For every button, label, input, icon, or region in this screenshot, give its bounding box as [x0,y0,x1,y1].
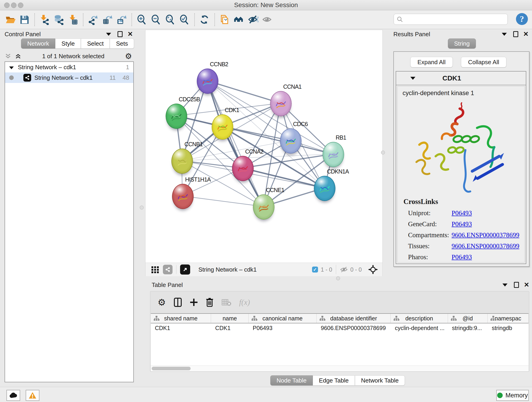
entry-collapse-icon[interactable] [410,77,415,80]
export-image-button[interactable] [114,13,129,27]
zoom-fit-button[interactable] [163,13,177,27]
expand-all-button[interactable]: Expand All [410,57,453,67]
function-builder-icon[interactable]: f(x) [239,298,250,307]
column-header-namespac[interactable]: namespac [488,314,529,323]
delete-table-icon[interactable] [221,298,231,306]
table-options-gear-icon[interactable]: ⚙ [158,297,166,307]
node-CDKN1A[interactable] [314,176,336,201]
close-panel-icon[interactable]: ✕ [524,283,529,287]
node-CCNB2[interactable] [197,69,218,94]
zoom-selected-button[interactable] [177,13,191,27]
entry-header[interactable]: CDK1 [396,71,526,85]
tab-style[interactable]: Style [55,38,81,49]
memory-button[interactable]: Memory [496,390,529,401]
delete-column-icon[interactable] [206,298,214,307]
node-CCNE1[interactable] [253,194,274,220]
node-CCNA1[interactable] [270,91,292,116]
edge-HIST1H1A-CCNE1[interactable] [182,196,263,206]
show-columns-icon[interactable] [174,298,182,307]
network-canvas[interactable]: CCNB2CCNA1CDC25BCDK1CDC6RB1CCNB1CCNA2CDK… [146,30,382,263]
help-button[interactable]: ? [516,13,528,25]
column-header-description[interactable]: description [391,314,448,323]
panel-menu-icon[interactable] [106,33,111,36]
tab-network-table[interactable]: Network Table [355,375,405,385]
node-HIST1H1A[interactable] [172,184,194,209]
open-in-window-icon[interactable] [180,264,190,274]
edge-CCNB2-CCNE1[interactable] [207,81,263,206]
show-eye-button[interactable] [260,13,274,27]
collapse-all-icon[interactable] [5,53,12,59]
node-CCNA2[interactable] [232,156,254,181]
cloud-status-button[interactable] [6,390,20,401]
table-row[interactable]: CDK1CDK1P064939606.ENSP00000378699cyclin… [151,323,529,332]
import-table-button[interactable] [66,13,80,27]
zoom-in-button[interactable] [135,13,149,27]
panel-menu-icon[interactable] [502,33,507,36]
crosslink-link[interactable]: P06493 [452,253,472,261]
refresh-layout-button[interactable] [197,13,212,27]
tab-string[interactable]: String [448,38,476,49]
import-network-file-button[interactable] [38,13,52,27]
crosslink-link[interactable]: 9606.ENSP00000378699 [452,231,519,239]
close-window-button[interactable] [4,2,10,8]
float-panel-icon[interactable] [513,31,518,37]
save-session-button[interactable] [17,13,32,27]
hidden-items-eye-icon[interactable] [340,266,348,273]
node-CCNB1[interactable] [171,148,193,174]
expand-all-icon[interactable] [15,53,22,59]
tab-sets[interactable]: Sets [110,38,134,49]
horizontal-splitter-grip[interactable] [336,276,340,280]
float-panel-icon[interactable] [514,282,519,288]
vertical-splitter-grip[interactable] [381,151,385,154]
tab-node-table[interactable]: Node Table [270,375,313,385]
scrollbar-thumb[interactable] [152,367,191,370]
open-session-button[interactable] [3,13,17,27]
column-header-@id[interactable]: @id [448,314,488,323]
network-row[interactable]: String Network – cdk1 11 48 [5,72,133,83]
crosslink-link[interactable]: P06493 [452,209,472,217]
selected-items-checkbox[interactable]: ✓ [312,267,318,273]
crosslink-link[interactable]: P06493 [452,220,472,228]
node-CDK1[interactable] [212,114,233,140]
string-home-button[interactable] [232,13,246,27]
warnings-button[interactable] [26,390,39,401]
node-CDC25B[interactable] [166,104,187,129]
column-header-canonical-name[interactable]: canonical name [249,314,317,323]
column-header-database-identifier[interactable]: database identifier [317,314,391,323]
tab-network[interactable]: Network [21,38,55,49]
panel-menu-icon[interactable] [502,283,507,287]
fit-content-icon[interactable] [368,264,378,275]
collection-expand-icon[interactable] [9,66,14,69]
status-bar: Memory [0,387,532,402]
float-panel-icon[interactable] [118,31,123,37]
node-CDC6[interactable] [280,128,302,153]
search-input[interactable] [405,16,505,23]
export-network-button[interactable] [86,13,100,27]
network-options-gear-icon[interactable]: ⚙ [125,51,132,61]
results-panel-title: Results Panel [393,31,430,38]
edge-CCNB2-CCNA1[interactable] [207,81,280,103]
close-panel-icon[interactable]: ✕ [523,32,529,36]
minimize-window-button[interactable] [11,2,17,8]
network-collection-row[interactable]: String Network – cdk1 1 [5,62,133,72]
node-RB1[interactable] [323,142,344,167]
horizontal-scrollbar[interactable] [151,366,529,371]
hide-eye-button[interactable] [246,13,260,27]
column-header-name[interactable]: name [211,314,249,323]
grid-view-icon[interactable] [151,265,160,274]
zoom-out-button[interactable] [149,13,163,27]
crosslink-link[interactable]: 9606.ENSP00000378699 [452,242,519,250]
add-column-icon[interactable] [190,298,198,306]
close-panel-icon[interactable]: ✕ [128,32,133,36]
copy-button[interactable] [218,13,232,27]
tab-select[interactable]: Select [81,38,110,49]
vertical-splitter-grip[interactable] [140,206,144,210]
crosslink-label: Tissues: [408,242,452,250]
collapse-all-button[interactable]: Collapse All [461,57,506,67]
tab-edge-table[interactable]: Edge Table [313,375,355,385]
network-view-mode-icon[interactable] [163,265,172,274]
import-network-database-button[interactable] [52,13,66,27]
column-header-shared-name[interactable]: shared name [151,314,211,323]
export-table-button[interactable] [100,13,114,27]
zoom-window-button[interactable] [18,2,23,8]
